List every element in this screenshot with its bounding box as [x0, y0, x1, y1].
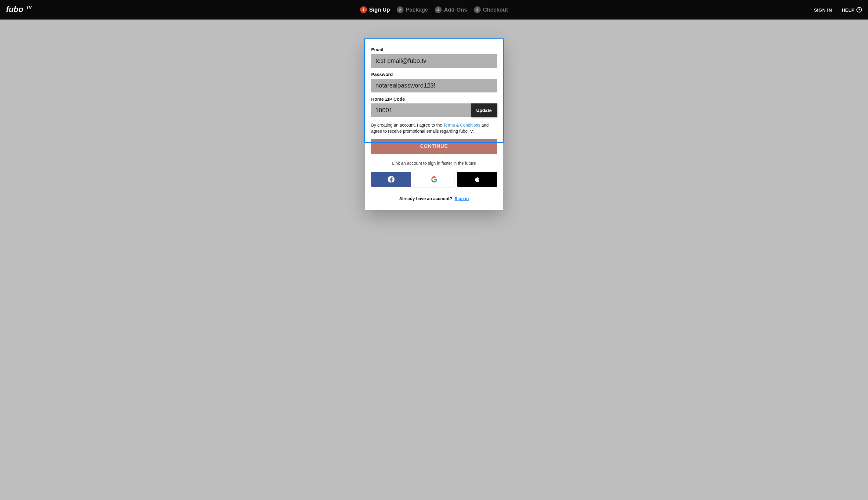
step-signup: 1 Sign Up [360, 7, 390, 13]
header: fubo TV 1 Sign Up 2 Package 3 Add-Ons 4 … [0, 0, 868, 20]
terms-prefix: By creating an account, I agree to the [371, 123, 443, 127]
apple-button[interactable] [457, 172, 497, 187]
terms-text: By creating an account, I agree to the T… [371, 122, 497, 135]
signup-card: Email Password Home ZIP Code Update By c… [365, 39, 503, 210]
social-row [371, 172, 497, 187]
step-label-2: Package [406, 7, 428, 13]
apple-icon [474, 176, 480, 183]
zip-input[interactable] [371, 103, 471, 117]
help-link[interactable]: HELP ? [842, 7, 862, 12]
step-badge-1: 1 [360, 7, 367, 13]
step-label-3: Add-Ons [444, 7, 467, 13]
fubotv-logo-svg: fubo TV [6, 4, 37, 15]
signin-link-bottom[interactable]: Sign in [455, 196, 469, 201]
fubotv-logo[interactable]: fubo TV [6, 4, 37, 15]
svg-text:TV: TV [26, 5, 32, 10]
zip-label: Home ZIP Code [371, 96, 497, 102]
facebook-button[interactable] [371, 172, 411, 187]
continue-button[interactable]: CONTINUE [371, 139, 497, 154]
terms-link[interactable]: Terms & Conditions [443, 123, 480, 127]
password-input[interactable] [371, 79, 497, 92]
step-addons: 3 Add-Ons [435, 7, 467, 13]
help-icon: ? [856, 7, 862, 12]
step-badge-4: 4 [474, 7, 481, 13]
help-label: HELP [842, 7, 855, 12]
header-right: SIGN IN HELP ? [814, 7, 862, 12]
zip-group: Home ZIP Code Update [371, 96, 497, 117]
link-account-text: Link an account to sign in faster in the… [371, 161, 497, 166]
step-badge-3: 3 [435, 7, 442, 13]
signin-link[interactable]: SIGN IN [814, 7, 832, 12]
step-badge-2: 2 [397, 7, 403, 13]
signup-steps: 1 Sign Up 2 Package 3 Add-Ons 4 Checkout [360, 7, 508, 13]
google-button[interactable] [414, 172, 454, 187]
step-label-4: Checkout [483, 7, 508, 13]
svg-text:fubo: fubo [6, 4, 23, 14]
password-label: Password [371, 72, 497, 77]
page-body: Email Password Home ZIP Code Update By c… [0, 20, 868, 500]
google-icon [431, 176, 437, 183]
facebook-icon [388, 176, 395, 183]
password-group: Password [371, 72, 497, 92]
step-checkout: 4 Checkout [474, 7, 508, 13]
email-group: Email [371, 47, 497, 68]
step-label-1: Sign Up [369, 7, 390, 13]
already-text: Already have an account? [399, 196, 453, 201]
already-have-account: Already have an account? Sign in [371, 196, 497, 201]
email-label: Email [371, 47, 497, 52]
update-button[interactable]: Update [471, 103, 497, 117]
step-package: 2 Package [397, 7, 428, 13]
email-input[interactable] [371, 54, 497, 68]
